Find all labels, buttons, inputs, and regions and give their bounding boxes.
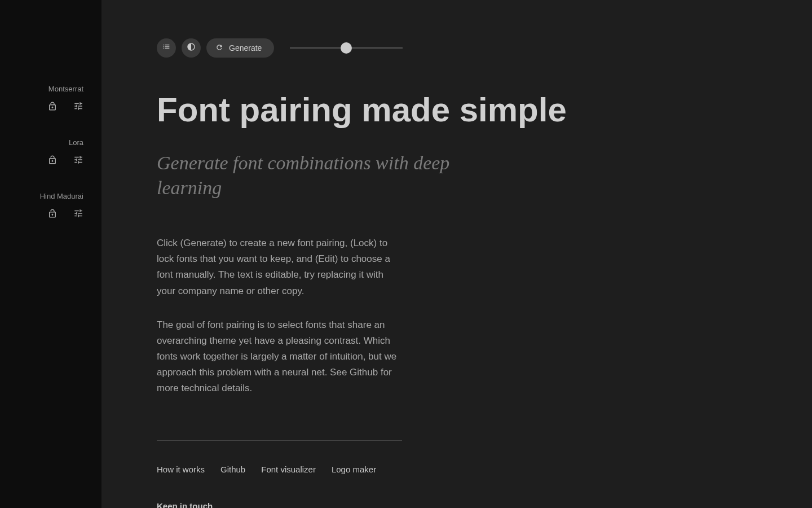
tune-icon[interactable] xyxy=(73,101,83,111)
slider-thumb[interactable] xyxy=(341,42,352,54)
keep-in-touch-heading: Keep in touch xyxy=(157,501,757,508)
footer-link-logo-maker[interactable]: Logo maker xyxy=(332,465,376,474)
sidebar: Montserrat Lora Hind Madurai xyxy=(0,0,102,508)
main-content: Generate Font pairing made simple Genera… xyxy=(102,0,812,508)
headline[interactable]: Font pairing made simple xyxy=(157,90,757,129)
font-controls xyxy=(47,101,83,111)
contrast-button[interactable] xyxy=(182,38,201,58)
font-name-label: Lora xyxy=(69,138,83,147)
lock-icon[interactable] xyxy=(47,155,58,165)
tune-icon[interactable] xyxy=(73,155,83,165)
footer-link-github[interactable]: Github xyxy=(220,465,245,474)
font-name-label: Hind Madurai xyxy=(40,192,83,200)
body-paragraph-2[interactable]: The goal of font pairing is to select fo… xyxy=(157,317,404,396)
generate-button[interactable]: Generate xyxy=(206,38,274,58)
lock-icon[interactable] xyxy=(47,208,58,218)
contrast-icon xyxy=(187,42,196,54)
divider xyxy=(157,440,402,441)
font-item-body: Hind Madurai xyxy=(18,192,83,218)
font-name-label: Montserrat xyxy=(48,85,83,93)
font-controls xyxy=(47,155,83,165)
lock-icon[interactable] xyxy=(47,101,58,111)
tune-icon[interactable] xyxy=(73,208,83,218)
font-controls xyxy=(47,208,83,218)
list-button[interactable] xyxy=(157,38,176,58)
font-item-secondary: Lora xyxy=(18,138,83,165)
subheadline[interactable]: Generate font combinations with deep lea… xyxy=(157,151,456,200)
slider[interactable] xyxy=(290,47,403,49)
toolbar: Generate xyxy=(157,38,757,58)
body-paragraph-1[interactable]: Click (Generate) to create a new font pa… xyxy=(157,235,404,299)
footer-link-how-it-works[interactable]: How it works xyxy=(157,465,205,474)
list-icon xyxy=(162,42,171,54)
footer-link-font-visualizer[interactable]: Font visualizer xyxy=(261,465,316,474)
font-item-primary: Montserrat xyxy=(18,85,83,111)
refresh-icon xyxy=(215,43,223,53)
generate-label: Generate xyxy=(229,43,262,52)
footer-links: How it works Github Font visualizer Logo… xyxy=(157,465,757,474)
